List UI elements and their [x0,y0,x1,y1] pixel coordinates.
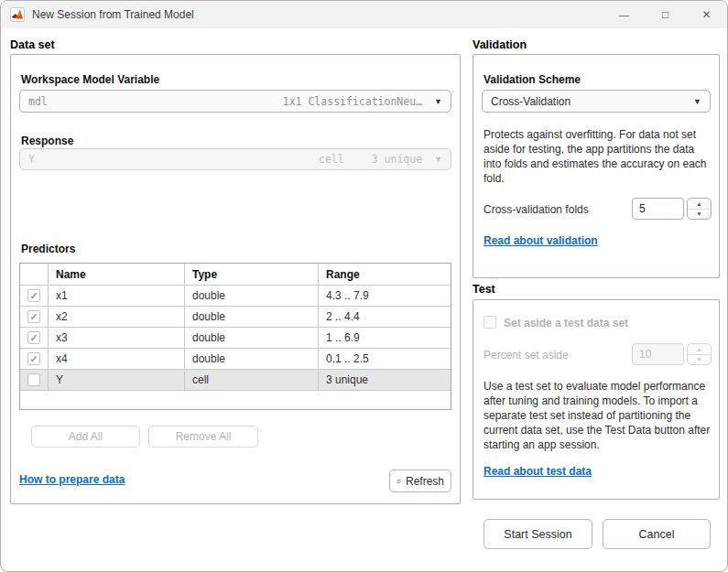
cell-range: 2 .. 4.4 [319,307,451,328]
row-checkbox[interactable] [27,373,40,386]
percent-spinner: ▲ ▼ [687,343,712,365]
folds-spinner: ▲ ▼ [687,198,712,220]
refresh-label: Refresh [406,475,444,488]
empty-table-row [20,391,451,409]
workspace-variable-label: Workspace Model Variable [21,73,159,86]
test-section-title: Test [473,283,495,296]
chevron-down-icon: ▼ [434,97,442,106]
set-aside-test-label: Set aside a test data set [504,317,628,329]
workspace-variable-value: mdl [28,95,48,108]
minimize-icon[interactable]: — [603,1,645,28]
cell-range: 3 unique [319,370,451,391]
percent-set-aside-label: Percent set aside [484,349,569,362]
spinner-up-icon[interactable]: ▲ [688,199,711,210]
validation-scheme-dropdown[interactable]: Cross-Validation ▼ [482,90,711,113]
row-checkbox[interactable]: ✓ [27,310,40,323]
table-row[interactable]: ✓ x1 double 4.3 .. 7.9 [20,286,451,307]
spinner-down-icon: ▼ [688,355,711,365]
row-checkbox[interactable]: ✓ [27,289,40,302]
cell-type: double [185,286,319,307]
window-controls: — □ ✕ [603,1,727,28]
cell-type: double [185,328,319,349]
cross-validation-folds-label: Cross-validation folds [484,203,589,216]
check-icon: ✓ [29,291,38,301]
read-about-validation-link[interactable]: Read about validation [484,234,598,247]
set-aside-test-checkbox[interactable] [484,316,496,329]
workspace-variable-summary: 1x1 ClassificationNeu… [283,95,422,108]
read-about-test-data-link[interactable]: Read about test data [484,465,592,478]
test-description: Use a test set to evaluate model perform… [484,380,714,453]
chevron-down-icon: ▼ [693,97,701,106]
cross-validation-folds-input[interactable]: 5 [632,198,684,220]
start-session-button[interactable]: Start Session [484,519,592,549]
table-row[interactable]: ✓ x3 double 1 .. 6.9 [20,328,451,349]
predictors-header-row: Name Type Range [20,264,451,286]
cell-name: x2 [49,307,185,328]
column-header-range: Range [319,264,451,286]
cell-range: 1 .. 6.9 [319,328,451,349]
header-checkbox-column [20,264,49,286]
predictors-table: Name Type Range ✓ x1 double 4.3 .. 7.9 ✓… [19,263,451,410]
close-icon[interactable]: ✕ [686,1,727,28]
percent-set-aside-input: 10 [632,343,684,365]
cell-range: 4.3 .. 7.9 [319,286,451,307]
response-dropdown: Y cell 3 unique ▼ [19,148,451,170]
table-row[interactable]: Y cell 3 unique [20,370,451,391]
validation-scheme-value: Cross-Validation [491,95,570,108]
validation-section-title: Validation [473,38,527,51]
dialog-window: New Session from Trained Model — □ ✕ Dat… [0,0,728,572]
column-header-type: Type [185,264,319,286]
title-bar: New Session from Trained Model — □ ✕ [1,1,727,28]
check-icon: ✓ [29,333,38,343]
response-range: 3 unique [372,153,422,166]
row-checkbox[interactable]: ✓ [27,331,40,344]
cell-name: x4 [49,349,185,370]
response-label: Response [21,135,73,147]
validation-description: Protects against overfitting. For data n… [484,128,712,187]
maximize-icon[interactable]: □ [645,1,686,28]
refresh-icon [397,475,401,488]
cell-name: x1 [49,286,185,307]
how-to-prepare-data-link[interactable]: How to prepare data [19,473,125,486]
cancel-button[interactable]: Cancel [603,519,711,549]
row-checkbox[interactable]: ✓ [27,352,40,365]
check-icon: ✓ [29,354,38,364]
matlab-logo-icon [10,7,25,22]
table-row[interactable]: ✓ x2 double 2 .. 4.4 [20,307,451,328]
cell-type: double [185,307,319,328]
remove-all-button[interactable]: Remove All [148,426,258,448]
chevron-down-icon: ▼ [434,155,442,164]
spinner-up-icon: ▲ [688,344,711,355]
check-icon: ✓ [29,312,38,322]
spinner-down-icon[interactable]: ▼ [688,210,711,220]
cell-name: Y [49,370,185,391]
cell-type: cell [185,370,319,391]
window-title: New Session from Trained Model [32,8,194,21]
response-value: Y [28,153,35,166]
workspace-variable-dropdown[interactable]: mdl 1x1 ClassificationNeu… ▼ [19,90,451,113]
cell-name: x3 [49,328,185,349]
column-header-name: Name [49,264,185,286]
predictors-label: Predictors [21,243,75,255]
refresh-button[interactable]: Refresh [389,469,451,492]
cell-range: 0.1 .. 2.5 [319,349,451,370]
table-row[interactable]: ✓ x4 double 0.1 .. 2.5 [20,349,451,370]
validation-scheme-label: Validation Scheme [484,73,581,86]
add-all-button[interactable]: Add All [31,426,140,448]
cell-type: double [185,349,319,370]
dataset-section-title: Data set [10,38,55,51]
response-type: cell [319,153,344,166]
